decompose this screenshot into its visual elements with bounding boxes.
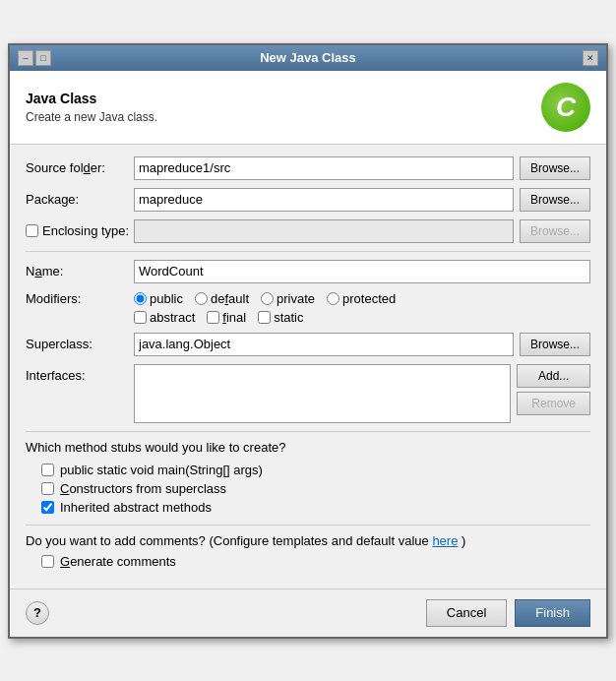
modifier-public-label[interactable]: public: [134, 291, 183, 306]
enclosing-type-checkbox[interactable]: [26, 224, 38, 237]
modifiers-row2: abstract final static: [26, 310, 590, 325]
divider-2: [26, 431, 590, 432]
titlebar: – □ New Java Class ✕: [10, 45, 606, 71]
enclosing-type-row: Enclosing type: Browse...: [26, 219, 590, 243]
source-folder-label: Source folder:: [26, 160, 134, 175]
modifier-public-radio[interactable]: [134, 292, 147, 305]
here-link[interactable]: here: [432, 533, 458, 548]
stub-inherited-checkbox[interactable]: [41, 501, 54, 514]
divider-1: [26, 251, 590, 252]
package-row: Package: Browse...: [26, 188, 590, 212]
modifier-private-label[interactable]: private: [261, 291, 315, 306]
modifier-final-checkbox[interactable]: [207, 311, 219, 324]
source-folder-input[interactable]: [134, 156, 514, 180]
modifier-private-radio[interactable]: [261, 292, 274, 305]
interfaces-buttons: Add... Remove: [517, 364, 590, 415]
cancel-button[interactable]: Cancel: [426, 599, 507, 627]
stub-main-checkbox[interactable]: [41, 464, 54, 476]
finish-button[interactable]: Finish: [515, 599, 590, 627]
modifier-static-checkbox[interactable]: [258, 311, 271, 324]
comments-section: Do you want to add comments? (Configure …: [26, 533, 590, 569]
divider-3: [26, 525, 590, 526]
modifier-final-label[interactable]: final: [207, 310, 246, 325]
stub-inherited-label: Inherited abstract methods: [60, 500, 212, 515]
package-input[interactable]: [134, 188, 514, 212]
modifiers-label: Modifiers:: [26, 291, 134, 306]
comments-question: Do you want to add comments? (Configure …: [26, 533, 590, 548]
enclosing-type-browse-button: Browse...: [520, 219, 590, 243]
stub-inherited-item: Inherited abstract methods: [26, 500, 590, 515]
interfaces-add-button[interactable]: Add...: [517, 364, 590, 388]
generate-comments-label: Generate comments: [60, 554, 176, 569]
minimize-button[interactable]: –: [18, 50, 33, 66]
name-row: Name:: [26, 260, 590, 283]
help-button[interactable]: ?: [26, 601, 49, 625]
modifier-default-text: default: [211, 291, 249, 306]
modifier-protected-label[interactable]: protected: [327, 291, 396, 306]
modifier-abstract-label[interactable]: abstract: [134, 310, 195, 325]
generate-comments-checkbox[interactable]: [41, 555, 54, 568]
modifier-abstract-text: abstract: [150, 310, 195, 325]
stub-main-label: public static void main(String[] args): [60, 463, 263, 477]
page-title: Java Class: [26, 91, 157, 106]
modifiers-row: Modifiers: public default private protec…: [26, 291, 590, 306]
modifier-public-text: public: [150, 291, 183, 306]
stub-constructors-checkbox[interactable]: [41, 482, 54, 495]
stub-main-item: public static void main(String[] args): [26, 463, 590, 477]
superclass-label: Superclass:: [26, 337, 134, 351]
source-folder-row: Source folder: Browse...: [26, 156, 590, 180]
modifier-static-label[interactable]: static: [258, 310, 303, 325]
interfaces-label: Interfaces:: [26, 364, 134, 383]
modifier-static-text: static: [274, 310, 303, 325]
stub-constructors-label: Constructors from superclass: [60, 481, 226, 496]
page-subtitle: Create a new Java class.: [26, 110, 157, 124]
enclosing-type-input: [134, 219, 514, 243]
modifier-private-text: private: [277, 291, 315, 306]
modifier-protected-radio[interactable]: [327, 292, 339, 305]
form-content: Source folder: Browse... Package: Browse…: [10, 145, 606, 588]
stub-constructors-item: Constructors from superclass: [26, 481, 590, 496]
interfaces-row: Interfaces: Add... Remove: [26, 364, 590, 423]
close-button[interactable]: ✕: [583, 50, 598, 66]
package-label: Package:: [26, 192, 134, 207]
eclipse-logo: C: [541, 83, 590, 132]
superclass-browse-button[interactable]: Browse...: [520, 333, 590, 356]
interfaces-box: [134, 364, 511, 423]
stubs-question: Which method stubs would you like to cre…: [26, 440, 590, 455]
name-input[interactable]: [134, 260, 590, 283]
source-folder-browse-button[interactable]: Browse...: [520, 156, 590, 180]
dialog-title: New Java Class: [67, 50, 549, 65]
header: Java Class Create a new Java class. C: [10, 71, 606, 145]
superclass-input[interactable]: [134, 333, 514, 356]
modifier-default-label[interactable]: default: [195, 291, 249, 306]
modifiers-options: public default private protected: [134, 291, 396, 306]
stubs-section: Which method stubs would you like to cre…: [26, 440, 590, 515]
name-label: Name:: [26, 264, 134, 279]
superclass-row: Superclass: Browse...: [26, 333, 590, 356]
maximize-button[interactable]: □: [35, 50, 51, 66]
footer-buttons: Cancel Finish: [426, 599, 590, 627]
dialog: – □ New Java Class ✕ Java Class Create a…: [8, 43, 608, 639]
interfaces-remove-button: Remove: [517, 392, 590, 415]
modifier-default-radio[interactable]: [195, 292, 208, 305]
header-text: Java Class Create a new Java class.: [26, 91, 157, 124]
modifier-abstract-checkbox[interactable]: [134, 311, 147, 324]
package-browse-button[interactable]: Browse...: [520, 188, 590, 212]
modifier-final-text: final: [222, 310, 246, 325]
generate-comments-row: Generate comments: [26, 554, 590, 569]
modifier-protected-text: protected: [342, 291, 396, 306]
footer: ? Cancel Finish: [10, 588, 606, 637]
enclosing-type-label: Enclosing type:: [26, 223, 134, 238]
